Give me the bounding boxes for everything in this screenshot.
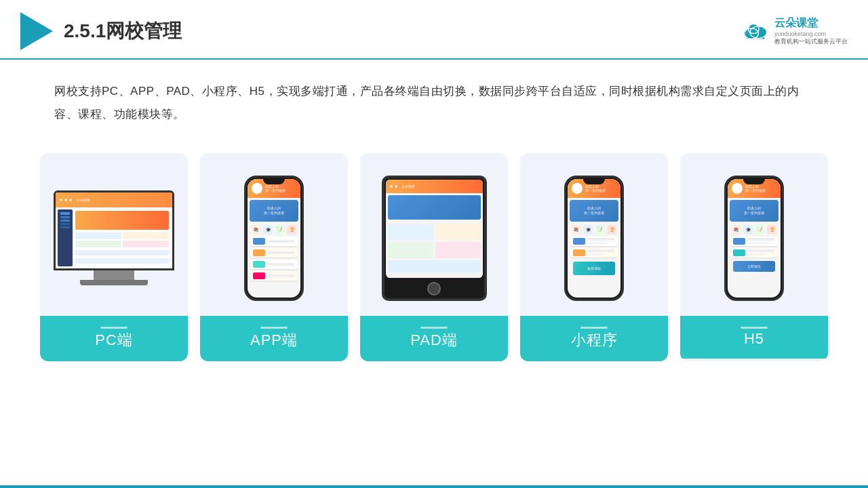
monitor-body: 云朵课堂: [54, 190, 174, 270]
app-label: APP端: [200, 316, 348, 361]
tablet-screen: 云朵课堂: [386, 180, 483, 278]
cards-container: 云朵课堂: [0, 140, 868, 382]
h5-label: H5: [680, 316, 828, 359]
monitor-base: [80, 280, 148, 285]
phone-screen-h5: 职进人的第一堂判提课 职进人的第一堂判提课 📚 🎓 📝 🏆: [728, 179, 781, 298]
pc-image-area: 云朵课堂: [40, 153, 188, 316]
pad-image-area: 云朵课堂: [360, 153, 508, 316]
miniprogram-label: 小程序: [520, 316, 668, 361]
brand-name: 云朵课堂: [774, 16, 848, 30]
logo-triangle-icon: [20, 12, 53, 50]
h5-image-area: 职进人的第一堂判提课 职进人的第一堂判提课 📚 🎓 📝 🏆: [680, 153, 828, 316]
bottom-accent-line: [0, 485, 868, 488]
device-card-h5: 职进人的第一堂判提课 职进人的第一堂判提课 📚 🎓 📝 🏆: [680, 153, 828, 361]
phone-notch: [263, 178, 285, 184]
monitor-screen: 云朵课堂: [56, 192, 172, 268]
phone-screen-app: 职进人的第一堂判提课 职进人的第一堂判提课 📚 🎓 📝 🏆: [248, 179, 300, 298]
app-image-area: 职进人的第一堂判提课 职进人的第一堂判提课 📚 🎓 📝 🏆: [200, 153, 348, 316]
pad-label: PAD端: [360, 316, 508, 361]
device-card-app: 职进人的第一堂判提课 职进人的第一堂判提课 📚 🎓 📝 🏆: [200, 153, 348, 361]
phone-notch-mini: [583, 178, 605, 184]
miniprogram-image-area: 职进人的第一堂判提课 职进人的第一堂判提课 📚 🎓 📝 🏆: [520, 153, 668, 316]
header: 2.5.1网校管理 云朵课堂 yunduoketang.com 教育机构一站: [0, 0, 868, 60]
page-title: 2.5.1网校管理: [64, 18, 182, 44]
phone-mockup-mini: 职进人的第一堂判提课 职进人的第一堂判提课 📚 🎓 📝 🏆: [564, 176, 624, 301]
phone-notch-h5: [743, 178, 765, 184]
header-right: 云朵课堂 yunduoketang.com 教育机构一站式服务云平台: [741, 16, 848, 46]
cloud-icon: [741, 20, 770, 42]
device-card-pad: 云朵课堂 PAD端: [360, 153, 508, 361]
phone-mockup-h5: 职进人的第一堂判提课 职进人的第一堂判提课 📚 🎓 📝 🏆: [724, 176, 784, 301]
phone-screen-mini: 职进人的第一堂判提课 职进人的第一堂判提课 📚 🎓 📝 🏆: [568, 179, 620, 298]
brand-slogan: 教育机构一站式服务云平台: [774, 37, 848, 46]
brand-url: yunduoketang.com: [774, 30, 848, 37]
description-text: 网校支持PC、APP、PAD、小程序、H5，实现多端打通，产品各终端自由切换，数…: [0, 60, 868, 140]
brand-logo: 云朵课堂 yunduoketang.com 教育机构一站式服务云平台: [741, 16, 848, 46]
pc-mockup: 云朵课堂: [54, 190, 174, 285]
brand-text-block: 云朵课堂 yunduoketang.com 教育机构一站式服务云平台: [774, 16, 848, 46]
tablet-home-button: [427, 282, 441, 296]
monitor-stand: [94, 270, 134, 280]
pc-label: PC端: [40, 316, 188, 361]
header-left: 2.5.1网校管理: [20, 12, 182, 50]
phone-mockup-app: 职进人的第一堂判提课 职进人的第一堂判提课 📚 🎓 📝 🏆: [244, 176, 304, 301]
tablet-mockup: 云朵课堂: [382, 176, 487, 301]
device-card-miniprogram: 职进人的第一堂判提课 职进人的第一堂判提课 📚 🎓 📝 🏆: [520, 153, 668, 361]
device-card-pc: 云朵课堂: [40, 153, 188, 361]
svg-point-7: [755, 37, 757, 39]
